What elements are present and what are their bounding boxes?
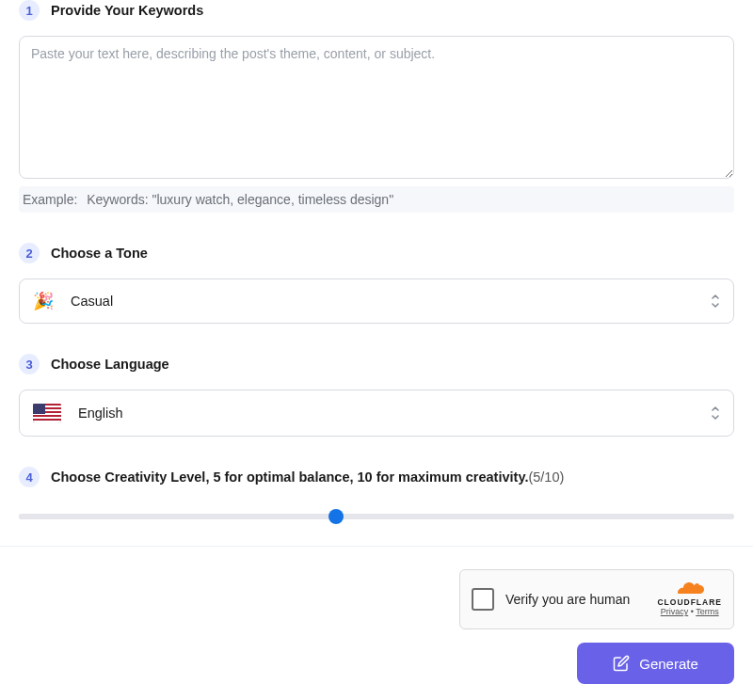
cloudflare-text: CLOUDFLARE: [657, 597, 722, 607]
language-select[interactable]: English: [19, 390, 734, 437]
step-number-badge: 1: [19, 0, 40, 21]
step-header: 4 Choose Creativity Level, 5 for optimal…: [19, 467, 734, 487]
step-title: Choose Creativity Level, 5 for optimal b…: [51, 469, 564, 485]
cloudflare-icon: [673, 582, 707, 596]
step-title: Choose a Tone: [51, 246, 148, 261]
captcha-checkbox[interactable]: [472, 588, 494, 611]
example-text: Keywords: "luxury watch, elegance, timel…: [87, 192, 393, 207]
generate-label: Generate: [639, 656, 698, 672]
us-flag-icon: [33, 404, 61, 422]
creativity-title-text: Choose Creativity Level, 5 for optimal b…: [51, 469, 528, 485]
captcha-links: Privacy • Terms: [661, 607, 719, 616]
slider-fill: [19, 514, 336, 519]
edit-icon: [613, 655, 630, 672]
privacy-link[interactable]: Privacy: [661, 607, 689, 616]
step-tone: 2 Choose a Tone 🎉 Casual: [19, 243, 734, 324]
creativity-value-suffix: (5/10): [528, 469, 564, 485]
step-title: Choose Language: [51, 357, 169, 372]
step-title: Provide Your Keywords: [51, 3, 203, 18]
chevron-up-down-icon: [710, 406, 721, 421]
slider-thumb[interactable]: [328, 509, 344, 524]
step-language: 3 Choose Language English: [19, 354, 734, 437]
step-creativity: 4 Choose Creativity Level, 5 for optimal…: [19, 467, 734, 519]
language-selected-label: English: [78, 406, 123, 421]
step-header: 3 Choose Language: [19, 354, 734, 374]
tone-selected-label: Casual: [71, 294, 113, 309]
step-number-badge: 2: [19, 243, 40, 263]
generate-button[interactable]: Generate: [577, 643, 734, 684]
captcha-brand: CLOUDFLARE Privacy • Terms: [657, 582, 722, 616]
terms-link[interactable]: Terms: [696, 607, 719, 616]
party-popper-icon: 🎉: [33, 293, 54, 310]
captcha-label: Verify you are human: [505, 592, 646, 607]
creativity-slider[interactable]: [19, 514, 734, 519]
step-header: 2 Choose a Tone: [19, 243, 734, 263]
slider-track: [19, 514, 734, 519]
captcha-widget: Verify you are human CLOUDFLARE Privacy …: [459, 569, 734, 629]
step-number-badge: 3: [19, 354, 40, 374]
step-header: 1 Provide Your Keywords: [19, 0, 734, 21]
step-keywords: 1 Provide Your Keywords Example: Keyword…: [19, 0, 734, 213]
step-number-badge: 4: [19, 467, 40, 487]
tone-select[interactable]: 🎉 Casual: [19, 278, 734, 324]
chevron-up-down-icon: [710, 294, 721, 309]
example-row: Example: Keywords: "luxury watch, elegan…: [19, 186, 734, 213]
example-label: Example:: [23, 192, 77, 207]
keywords-input[interactable]: [19, 36, 734, 179]
